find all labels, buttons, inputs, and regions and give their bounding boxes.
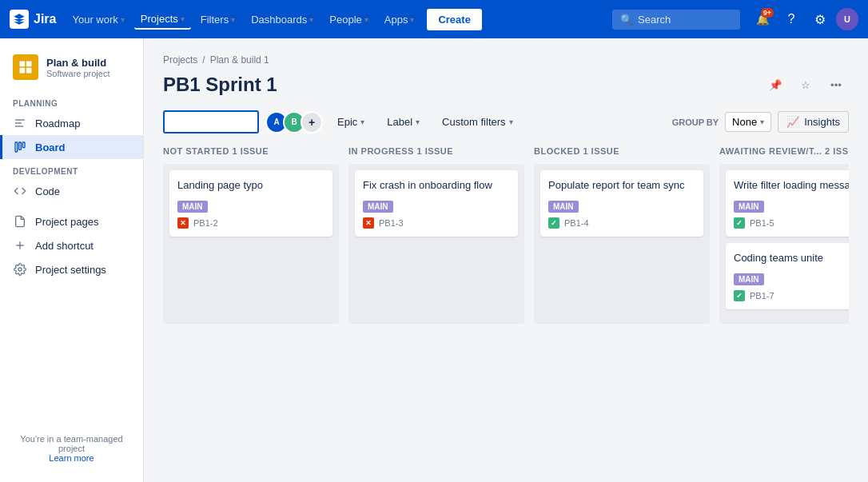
svg-rect-1 <box>26 62 32 67</box>
nav-apps[interactable]: Apps ▾ <box>378 10 421 29</box>
chevron-down-icon: ▾ <box>509 118 513 126</box>
column-body: Fix crash in onboarding flowMAIN✕PB1-3 <box>348 164 524 324</box>
jira-logo-icon <box>10 10 29 29</box>
settings-button[interactable]: ⚙ <box>807 6 833 32</box>
search-icon: 🔍 <box>620 14 633 26</box>
card-footer: ✓PB1-7 <box>734 290 849 301</box>
sidebar-item-project-pages[interactable]: Project pages <box>0 209 143 233</box>
column-body: Populate report for team syncMAIN✓PB1-4 <box>534 164 710 324</box>
sidebar-footer: You're in a team-managed project Learn m… <box>0 424 143 472</box>
search-button[interactable]: 🔍 Search <box>612 10 740 30</box>
create-button[interactable]: Create <box>427 9 481 30</box>
help-icon: ? <box>788 12 795 26</box>
chart-icon: 📈 <box>786 116 799 128</box>
card[interactable]: Coding teams uniteMAIN✓PB1-7 <box>726 243 849 309</box>
project-icon <box>13 54 38 80</box>
column-header: IN PROGRESS 1 ISSUE <box>348 146 524 156</box>
pages-icon <box>13 214 27 229</box>
avatar-filters: A B + <box>265 111 323 133</box>
card[interactable]: Write filter loading messageMAIN✓PB1-5 <box>726 170 849 237</box>
main-layout: Plan & build Software project PLANNING R… <box>0 38 868 482</box>
sidebar-item-add-shortcut[interactable]: Add shortcut <box>0 233 143 257</box>
chevron-down-icon: ▾ <box>364 15 368 24</box>
board-column-not-started: NOT STARTED 1 ISSUELanding page typoMAIN… <box>163 146 339 325</box>
story-icon: ✓ <box>734 290 745 301</box>
svg-rect-0 <box>20 62 26 67</box>
board-column-in-progress: IN PROGRESS 1 ISSUEFix crash in onboardi… <box>348 146 524 325</box>
card[interactable]: Landing page typoMAIN✕PB1-2 <box>169 170 332 237</box>
plus-icon <box>13 238 27 253</box>
insights-button[interactable]: 📈 Insights <box>778 111 849 133</box>
roadmap-icon <box>13 116 27 130</box>
avatar-add[interactable]: + <box>301 111 323 133</box>
sidebar-project: Plan & build Software project <box>0 48 143 91</box>
breadcrumb-projects[interactable]: Projects <box>163 54 197 66</box>
issue-id: PB1-4 <box>564 218 589 228</box>
nav-filters[interactable]: Filters ▾ <box>194 10 241 29</box>
code-icon <box>13 184 27 198</box>
sidebar-item-project-settings[interactable]: Project settings <box>0 257 143 281</box>
issue-id: PB1-3 <box>379 218 404 228</box>
more-button[interactable]: ••• <box>823 72 849 98</box>
svg-rect-8 <box>19 142 22 149</box>
nav-people[interactable]: People ▾ <box>323 10 374 29</box>
nav-dashboards[interactable]: Dashboards ▾ <box>245 10 320 29</box>
ellipsis-icon: ••• <box>830 79 842 91</box>
star-icon: ☆ <box>801 79 810 91</box>
breadcrumb-project[interactable]: Plan & build 1 <box>210 54 269 66</box>
page-header: PB1 Sprint 1 📌 ☆ ••• <box>163 72 849 98</box>
sidebar: Plan & build Software project PLANNING R… <box>0 38 144 482</box>
help-button[interactable]: ? <box>778 6 804 32</box>
group-by-select[interactable]: None ▾ <box>725 112 771 132</box>
notif-badge: 9+ <box>761 8 774 18</box>
pin-button[interactable]: 📌 <box>762 72 788 98</box>
chevron-down-icon: ▾ <box>360 118 364 126</box>
card-title: Coding teams unite <box>734 251 849 265</box>
learn-more-link[interactable]: Learn more <box>49 453 94 463</box>
pin-icon: 📌 <box>769 79 782 91</box>
card[interactable]: Populate report for team syncMAIN✓PB1-4 <box>540 170 703 237</box>
custom-filters[interactable]: Custom filters ▾ <box>434 112 520 132</box>
main-content: Projects / Plan & build 1 PB1 Sprint 1 📌… <box>144 38 868 482</box>
sidebar-item-code[interactable]: Code <box>0 179 143 203</box>
sidebar-item-board[interactable]: Board <box>0 135 143 159</box>
nav-icons: 🔔 9+ ? ⚙ U <box>750 6 858 32</box>
chevron-down-icon: ▾ <box>760 118 764 126</box>
column-body: Write filter loading messageMAIN✓PB1-5Co… <box>719 164 849 324</box>
issue-id: PB1-7 <box>750 291 774 301</box>
group-by: GROUP BY None ▾ <box>672 112 772 132</box>
sidebar-item-roadmap[interactable]: Roadmap <box>0 111 143 135</box>
bug-icon: ✕ <box>363 217 374 229</box>
svg-rect-2 <box>20 68 26 74</box>
label-filter[interactable]: Label ▾ <box>379 112 428 132</box>
chevron-down-icon: ▾ <box>410 15 414 24</box>
logo-text: Jira <box>34 12 56 26</box>
card-title: Fix crash in onboarding flow <box>363 178 510 193</box>
nav-projects[interactable]: Projects ▾ <box>134 10 191 30</box>
card-tag: MAIN <box>734 201 764 213</box>
star-button[interactable]: ☆ <box>793 72 818 98</box>
card-tag: MAIN <box>177 201 208 213</box>
card-title: Landing page typo <box>177 178 325 193</box>
column-header: NOT STARTED 1 ISSUE <box>163 146 339 156</box>
chevron-down-icon: ▾ <box>181 14 185 23</box>
settings-icon <box>13 262 27 277</box>
card-title: Populate report for team sync <box>548 178 695 193</box>
breadcrumb: Projects / Plan & build 1 <box>163 54 849 66</box>
issue-id: PB1-5 <box>750 218 774 228</box>
svg-rect-3 <box>26 68 32 74</box>
chevron-down-icon: ▾ <box>309 15 313 24</box>
chevron-down-icon: ▾ <box>416 118 420 126</box>
card[interactable]: Fix crash in onboarding flowMAIN✕PB1-3 <box>355 170 518 237</box>
gear-icon: ⚙ <box>814 12 826 27</box>
epic-filter[interactable]: Epic ▾ <box>329 112 372 132</box>
project-info: Plan & build Software project <box>46 57 109 78</box>
search-input[interactable] <box>163 110 259 133</box>
card-tag: MAIN <box>734 273 764 285</box>
board: NOT STARTED 1 ISSUELanding page typoMAIN… <box>163 146 849 325</box>
user-avatar[interactable]: U <box>836 8 858 30</box>
nav-your-work[interactable]: Your work ▾ <box>66 10 130 29</box>
toolbar: A B + Epic ▾ Label ▾ Custom filters ▾ GR… <box>163 110 849 133</box>
app-logo: Jira <box>10 10 56 29</box>
notifications-button[interactable]: 🔔 9+ <box>750 6 775 32</box>
